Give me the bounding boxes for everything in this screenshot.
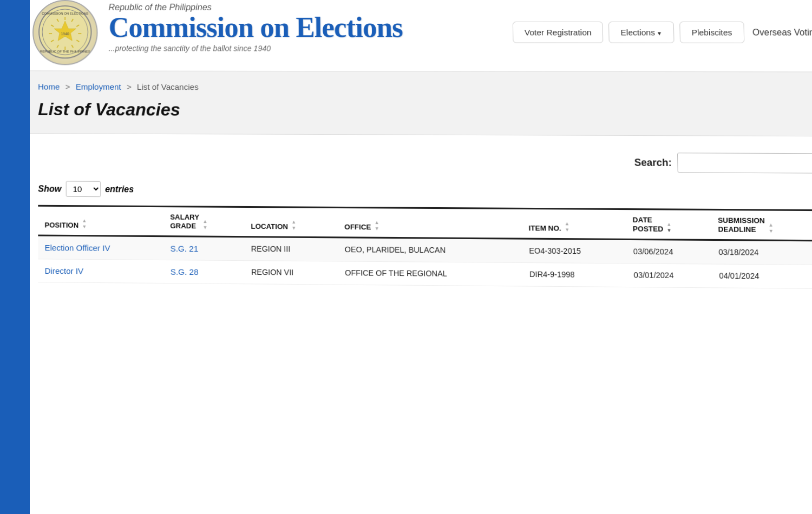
- comelec-logo: COMMISSION ON ELECTIONS REPUBLIC OF THE …: [32, 0, 98, 65]
- cell-office: OEO, PLARIDEL, BULACAN: [338, 238, 522, 263]
- site-tagline: ...protecting the sanctity of the ballot…: [109, 44, 403, 53]
- col-item-no-label: ITEM NO.: [528, 223, 561, 232]
- svg-text:1940: 1940: [61, 32, 69, 36]
- cell-location: REGION VII: [245, 261, 338, 285]
- col-location-label: LOCATION: [251, 222, 288, 230]
- elections-nav[interactable]: Elections: [608, 22, 674, 43]
- cell-item-no: DIR4-9-1998: [522, 263, 627, 287]
- position-link[interactable]: Election Officer IV: [44, 243, 110, 253]
- col-item-no[interactable]: ITEM NO. ▲ ▼: [521, 208, 626, 239]
- col-position-label: POSITION: [44, 221, 78, 229]
- sort-up: ▲: [374, 220, 379, 225]
- sort-down: ▼: [565, 227, 569, 233]
- item-sort-arrows[interactable]: ▲ ▼: [565, 221, 570, 233]
- cell-office: OFFICE OF THE REGIONAL: [338, 261, 523, 286]
- show-label: Show: [38, 184, 61, 194]
- breadcrumb-sep-1: >: [66, 82, 73, 91]
- col-position[interactable]: POSITION ▲ ▼: [38, 206, 163, 236]
- location-sort-arrows[interactable]: ▲ ▼: [291, 219, 296, 231]
- col-salary-grade-label: SALARYGRADE: [170, 213, 199, 230]
- search-bar: Search:: [38, 150, 812, 174]
- deadline-sort-arrows[interactable]: ▲ ▼: [768, 222, 774, 234]
- breadcrumb-current: List of Vacancies: [137, 82, 199, 91]
- breadcrumb-sep-2: >: [127, 82, 134, 91]
- salary-link[interactable]: S.G. 28: [171, 267, 199, 277]
- cell-date-posted: 03/06/2024: [626, 240, 712, 265]
- salary-sort-arrows[interactable]: ▲ ▼: [202, 219, 207, 230]
- cell-submission-deadline: 04/01/2024: [712, 264, 812, 288]
- breadcrumb-area: Home > Employment > List of Vacancies Li…: [16, 71, 812, 136]
- cell-submission-deadline: 03/18/2024: [711, 240, 812, 265]
- cell-position: Director IV: [38, 259, 163, 284]
- cell-date-posted: 03/01/2024: [627, 263, 712, 288]
- republic-text: Republic of the Philippines: [108, 2, 402, 12]
- sort-down: ▼: [82, 224, 87, 229]
- sort-up: ▲: [666, 221, 672, 227]
- sort-down: ▼: [666, 228, 672, 233]
- office-sort-arrows[interactable]: ▲ ▼: [374, 220, 379, 232]
- date-sort-arrows[interactable]: ▲ ▼: [666, 221, 672, 233]
- cell-location: REGION III: [244, 237, 338, 261]
- page-container: COMMISSION ON ELECTIONS REPUBLIC OF THE …: [16, 0, 812, 514]
- entries-label: entries: [105, 184, 134, 194]
- overseas-voting-nav[interactable]: Overseas Voting: [749, 22, 812, 43]
- col-salary-grade[interactable]: SALARYGRADE ▲ ▼: [163, 207, 244, 237]
- plebiscites-nav[interactable]: Plebiscites: [679, 22, 744, 43]
- breadcrumb-home[interactable]: Home: [38, 82, 60, 91]
- vacancies-table: POSITION ▲ ▼ SALARYGRADE ▲ ▼: [38, 205, 812, 289]
- position-link[interactable]: Director IV: [44, 266, 83, 276]
- page-title: List of Vacancies: [38, 100, 812, 130]
- sort-up: ▲: [565, 221, 569, 226]
- sort-up: ▲: [202, 219, 207, 224]
- sort-down: ▼: [375, 226, 379, 231]
- site-title: Commission on Elections: [109, 14, 403, 42]
- header-text-block: Republic of the Philippines Commission o…: [108, 0, 403, 53]
- svg-text:COMMISSION ON ELECTIONS: COMMISSION ON ELECTIONS: [42, 12, 88, 15]
- col-submission-deadline-label: SUBMISSIONDEADLINE: [718, 216, 765, 234]
- site-header: COMMISSION ON ELECTIONS REPUBLIC OF THE …: [16, 0, 812, 72]
- table-row: Director IV S.G. 28 REGION VII OFFICE OF…: [38, 259, 812, 289]
- col-date-posted[interactable]: DATEPOSTED ▲ ▼: [626, 209, 711, 240]
- breadcrumb-employment[interactable]: Employment: [76, 82, 121, 91]
- voter-registration-nav[interactable]: Voter Registration: [513, 22, 604, 43]
- cell-item-no: EO4-303-2015: [522, 239, 626, 263]
- cell-salary-grade: S.G. 21: [163, 236, 244, 261]
- sort-down: ▼: [202, 225, 207, 230]
- cell-position: Election Officer IV: [38, 235, 163, 260]
- table-body: Election Officer IV S.G. 21 REGION III O…: [38, 235, 812, 288]
- navigation: Voter Registration Elections Plebiscites…: [512, 0, 812, 43]
- col-office-label: OFFICE: [344, 222, 371, 231]
- col-office[interactable]: OFFICE ▲ ▼: [338, 207, 522, 239]
- position-sort-arrows[interactable]: ▲ ▼: [82, 218, 87, 229]
- sort-up: ▲: [768, 222, 774, 228]
- col-location[interactable]: LOCATION ▲ ▼: [244, 207, 338, 238]
- cell-salary-grade: S.G. 28: [163, 260, 245, 284]
- breadcrumb: Home > Employment > List of Vacancies: [38, 82, 812, 93]
- entries-select[interactable]: 10 25 50 100: [66, 181, 101, 197]
- col-submission-deadline[interactable]: SUBMISSIONDEADLINE ▲ ▼: [711, 209, 812, 241]
- sort-up: ▲: [82, 218, 87, 223]
- svg-text:REPUBLIC OF THE PHILIPPINES: REPUBLIC OF THE PHILIPPINES: [40, 50, 90, 53]
- sort-down: ▼: [769, 228, 774, 234]
- search-label: Search:: [634, 157, 672, 169]
- blue-side-bar: [0, 0, 30, 514]
- search-input[interactable]: [677, 153, 812, 173]
- sort-down: ▼: [291, 225, 296, 230]
- content-area: Search: Show 10 25 50 100 entries POSITI…: [16, 134, 812, 306]
- show-entries-control: Show 10 25 50 100 entries: [38, 181, 812, 201]
- col-date-posted-label: DATEPOSTED: [633, 215, 664, 233]
- salary-link[interactable]: S.G. 21: [170, 244, 198, 254]
- table-header-row: POSITION ▲ ▼ SALARYGRADE ▲ ▼: [38, 206, 812, 241]
- sort-up: ▲: [291, 219, 296, 225]
